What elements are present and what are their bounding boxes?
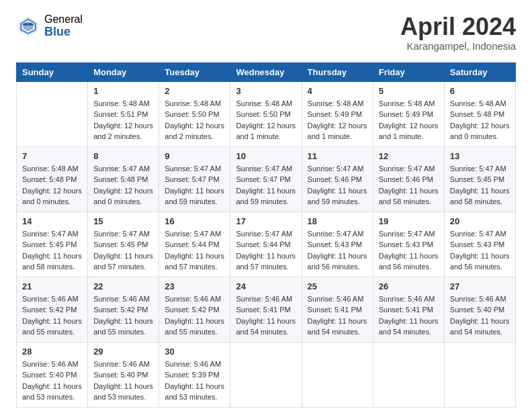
page-header: General Blue April 2024 Karangampel, Ind…	[16, 13, 516, 52]
calendar-cell: 2Sunrise: 5:48 AMSunset: 5:50 PMDaylight…	[159, 81, 230, 146]
day-info: Sunrise: 5:46 AMSunset: 5:42 PMDaylight:…	[93, 293, 153, 338]
calendar-cell: 24Sunrise: 5:46 AMSunset: 5:41 PMDayligh…	[230, 277, 302, 342]
day-number: 12	[379, 151, 439, 161]
day-info: Sunrise: 5:48 AMSunset: 5:51 PMDaylight:…	[93, 98, 153, 142]
column-header-friday: Friday	[373, 62, 444, 81]
day-number: 8	[93, 151, 153, 161]
calendar-cell: 1Sunrise: 5:48 AMSunset: 5:51 PMDaylight…	[88, 81, 159, 146]
day-number: 26	[379, 281, 439, 291]
day-info: Sunrise: 5:46 AMSunset: 5:39 PMDaylight:…	[165, 359, 224, 403]
day-info: Sunrise: 5:46 AMSunset: 5:41 PMDaylight:…	[308, 293, 367, 338]
day-info: Sunrise: 5:48 AMSunset: 5:48 PMDaylight:…	[22, 163, 82, 208]
calendar-week-row: 28Sunrise: 5:46 AMSunset: 5:40 PMDayligh…	[17, 342, 516, 407]
day-info: Sunrise: 5:47 AMSunset: 5:43 PMDaylight:…	[450, 228, 510, 273]
calendar-cell	[230, 342, 302, 407]
calendar-cell: 5Sunrise: 5:48 AMSunset: 5:49 PMDaylight…	[373, 81, 444, 146]
month-title: April 2024	[400, 13, 516, 40]
location: Karangampel, Indonesia	[400, 40, 516, 52]
day-number: 18	[308, 216, 367, 226]
day-number: 9	[165, 151, 224, 161]
logo: General Blue	[16, 13, 83, 38]
day-info: Sunrise: 5:48 AMSunset: 5:49 PMDaylight:…	[308, 98, 367, 142]
day-number: 21	[22, 281, 82, 291]
day-number: 25	[308, 281, 367, 291]
calendar-week-row: 21Sunrise: 5:46 AMSunset: 5:42 PMDayligh…	[17, 277, 516, 342]
calendar-week-row: 1Sunrise: 5:48 AMSunset: 5:51 PMDaylight…	[17, 81, 516, 146]
day-number: 3	[236, 86, 296, 96]
day-number: 17	[236, 216, 296, 226]
title-block: April 2024 Karangampel, Indonesia	[400, 13, 516, 52]
column-header-monday: Monday	[88, 62, 159, 81]
day-number: 15	[93, 216, 153, 226]
calendar-cell: 23Sunrise: 5:46 AMSunset: 5:42 PMDayligh…	[159, 277, 230, 342]
day-number: 10	[236, 151, 296, 161]
day-info: Sunrise: 5:47 AMSunset: 5:44 PMDaylight:…	[236, 228, 296, 273]
column-header-wednesday: Wednesday	[230, 62, 302, 81]
day-info: Sunrise: 5:48 AMSunset: 5:50 PMDaylight:…	[236, 98, 296, 142]
day-number: 28	[22, 347, 82, 357]
day-number: 7	[22, 151, 82, 161]
day-info: Sunrise: 5:47 AMSunset: 5:46 PMDaylight:…	[308, 163, 367, 208]
day-info: Sunrise: 5:47 AMSunset: 5:45 PMDaylight:…	[22, 228, 82, 273]
calendar-cell: 22Sunrise: 5:46 AMSunset: 5:42 PMDayligh…	[88, 277, 159, 342]
day-number: 30	[165, 347, 224, 357]
day-info: Sunrise: 5:46 AMSunset: 5:40 PMDaylight:…	[22, 359, 82, 403]
logo-general: General	[44, 13, 83, 26]
day-info: Sunrise: 5:47 AMSunset: 5:44 PMDaylight:…	[165, 228, 224, 273]
day-info: Sunrise: 5:46 AMSunset: 5:40 PMDaylight:…	[93, 359, 153, 403]
logo-blue: Blue	[44, 26, 83, 39]
calendar-cell: 11Sunrise: 5:47 AMSunset: 5:46 PMDayligh…	[302, 146, 373, 212]
calendar-cell: 7Sunrise: 5:48 AMSunset: 5:48 PMDaylight…	[17, 146, 88, 212]
day-number: 6	[450, 86, 510, 96]
day-number: 14	[22, 216, 82, 226]
calendar-cell: 17Sunrise: 5:47 AMSunset: 5:44 PMDayligh…	[230, 212, 302, 277]
day-info: Sunrise: 5:48 AMSunset: 5:50 PMDaylight:…	[165, 98, 224, 142]
day-info: Sunrise: 5:48 AMSunset: 5:49 PMDaylight:…	[379, 98, 439, 142]
day-info: Sunrise: 5:46 AMSunset: 5:42 PMDaylight:…	[22, 293, 82, 338]
day-info: Sunrise: 5:47 AMSunset: 5:47 PMDaylight:…	[165, 163, 224, 208]
day-number: 4	[308, 86, 367, 96]
day-number: 16	[165, 216, 224, 226]
calendar-table: SundayMondayTuesdayWednesdayThursdayFrid…	[16, 62, 516, 408]
day-info: Sunrise: 5:46 AMSunset: 5:42 PMDaylight:…	[165, 293, 224, 338]
calendar-week-row: 14Sunrise: 5:47 AMSunset: 5:45 PMDayligh…	[17, 212, 516, 277]
calendar-cell: 30Sunrise: 5:46 AMSunset: 5:39 PMDayligh…	[159, 342, 230, 407]
column-header-sunday: Sunday	[17, 62, 88, 81]
day-info: Sunrise: 5:47 AMSunset: 5:46 PMDaylight:…	[379, 163, 439, 208]
calendar-cell: 21Sunrise: 5:46 AMSunset: 5:42 PMDayligh…	[17, 277, 88, 342]
day-number: 24	[236, 281, 296, 291]
calendar-cell: 18Sunrise: 5:47 AMSunset: 5:43 PMDayligh…	[302, 212, 373, 277]
calendar-cell: 14Sunrise: 5:47 AMSunset: 5:45 PMDayligh…	[17, 212, 88, 277]
day-number: 27	[450, 281, 510, 291]
calendar-cell: 4Sunrise: 5:48 AMSunset: 5:49 PMDaylight…	[302, 81, 373, 146]
calendar-cell: 9Sunrise: 5:47 AMSunset: 5:47 PMDaylight…	[159, 146, 230, 212]
calendar-cell	[302, 342, 373, 407]
day-number: 11	[308, 151, 367, 161]
calendar-cell: 3Sunrise: 5:48 AMSunset: 5:50 PMDaylight…	[230, 81, 302, 146]
calendar-cell: 16Sunrise: 5:47 AMSunset: 5:44 PMDayligh…	[159, 212, 230, 277]
column-header-thursday: Thursday	[302, 62, 373, 81]
day-number: 13	[450, 151, 510, 161]
calendar-cell: 6Sunrise: 5:48 AMSunset: 5:48 PMDaylight…	[444, 81, 515, 146]
day-number: 1	[93, 86, 153, 96]
calendar-header-row: SundayMondayTuesdayWednesdayThursdayFrid…	[17, 62, 516, 81]
day-info: Sunrise: 5:47 AMSunset: 5:45 PMDaylight:…	[450, 163, 510, 208]
day-number: 22	[93, 281, 153, 291]
column-header-tuesday: Tuesday	[159, 62, 230, 81]
day-number: 29	[93, 347, 153, 357]
calendar-cell: 27Sunrise: 5:46 AMSunset: 5:40 PMDayligh…	[444, 277, 515, 342]
day-number: 19	[379, 216, 439, 226]
calendar-cell: 29Sunrise: 5:46 AMSunset: 5:40 PMDayligh…	[88, 342, 159, 407]
calendar-cell: 10Sunrise: 5:47 AMSunset: 5:47 PMDayligh…	[230, 146, 302, 212]
day-info: Sunrise: 5:46 AMSunset: 5:40 PMDaylight:…	[450, 293, 510, 338]
day-info: Sunrise: 5:46 AMSunset: 5:41 PMDaylight:…	[379, 293, 439, 338]
logo-icon	[16, 14, 40, 38]
day-number: 2	[165, 86, 224, 96]
day-info: Sunrise: 5:47 AMSunset: 5:43 PMDaylight:…	[308, 228, 367, 273]
day-number: 5	[379, 86, 439, 96]
day-info: Sunrise: 5:47 AMSunset: 5:45 PMDaylight:…	[93, 228, 153, 273]
calendar-cell: 28Sunrise: 5:46 AMSunset: 5:40 PMDayligh…	[17, 342, 88, 407]
day-number: 23	[165, 281, 224, 291]
calendar-cell: 12Sunrise: 5:47 AMSunset: 5:46 PMDayligh…	[373, 146, 444, 212]
day-info: Sunrise: 5:48 AMSunset: 5:48 PMDaylight:…	[450, 98, 510, 142]
